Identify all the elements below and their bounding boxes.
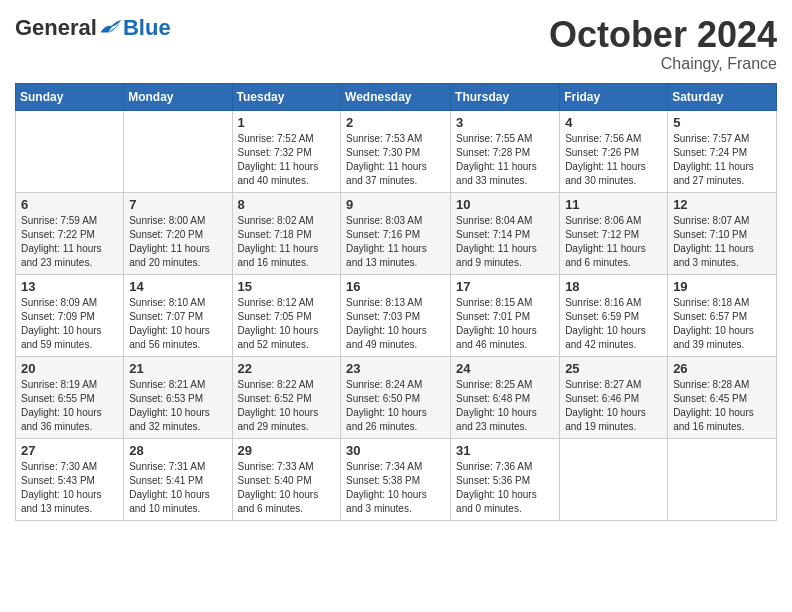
calendar-cell: 17Sunrise: 8:15 AMSunset: 7:01 PMDayligh… [451, 274, 560, 356]
calendar-cell: 16Sunrise: 8:13 AMSunset: 7:03 PMDayligh… [341, 274, 451, 356]
calendar-cell: 21Sunrise: 8:21 AMSunset: 6:53 PMDayligh… [124, 356, 232, 438]
day-info: Sunrise: 8:06 AMSunset: 7:12 PMDaylight:… [565, 214, 662, 270]
calendar-cell: 2Sunrise: 7:53 AMSunset: 7:30 PMDaylight… [341, 110, 451, 192]
calendar-table: SundayMondayTuesdayWednesdayThursdayFrid… [15, 83, 777, 521]
day-number: 29 [238, 443, 336, 458]
weekday-header-friday: Friday [560, 83, 668, 110]
day-info: Sunrise: 7:33 AMSunset: 5:40 PMDaylight:… [238, 460, 336, 516]
day-number: 16 [346, 279, 445, 294]
calendar-cell: 13Sunrise: 8:09 AMSunset: 7:09 PMDayligh… [16, 274, 124, 356]
day-info: Sunrise: 7:31 AMSunset: 5:41 PMDaylight:… [129, 460, 226, 516]
calendar-cell [668, 438, 777, 520]
day-number: 23 [346, 361, 445, 376]
week-row-1: 1Sunrise: 7:52 AMSunset: 7:32 PMDaylight… [16, 110, 777, 192]
logo-blue: Blue [123, 15, 171, 41]
day-info: Sunrise: 8:10 AMSunset: 7:07 PMDaylight:… [129, 296, 226, 352]
calendar-cell: 23Sunrise: 8:24 AMSunset: 6:50 PMDayligh… [341, 356, 451, 438]
day-info: Sunrise: 8:09 AMSunset: 7:09 PMDaylight:… [21, 296, 118, 352]
day-info: Sunrise: 8:18 AMSunset: 6:57 PMDaylight:… [673, 296, 771, 352]
day-info: Sunrise: 7:52 AMSunset: 7:32 PMDaylight:… [238, 132, 336, 188]
day-info: Sunrise: 8:15 AMSunset: 7:01 PMDaylight:… [456, 296, 554, 352]
day-number: 14 [129, 279, 226, 294]
week-row-4: 20Sunrise: 8:19 AMSunset: 6:55 PMDayligh… [16, 356, 777, 438]
day-number: 17 [456, 279, 554, 294]
day-info: Sunrise: 7:57 AMSunset: 7:24 PMDaylight:… [673, 132, 771, 188]
day-number: 20 [21, 361, 118, 376]
calendar-cell: 19Sunrise: 8:18 AMSunset: 6:57 PMDayligh… [668, 274, 777, 356]
day-number: 19 [673, 279, 771, 294]
day-number: 18 [565, 279, 662, 294]
day-number: 4 [565, 115, 662, 130]
calendar-cell: 18Sunrise: 8:16 AMSunset: 6:59 PMDayligh… [560, 274, 668, 356]
calendar-cell: 1Sunrise: 7:52 AMSunset: 7:32 PMDaylight… [232, 110, 341, 192]
day-number: 5 [673, 115, 771, 130]
calendar-cell: 15Sunrise: 8:12 AMSunset: 7:05 PMDayligh… [232, 274, 341, 356]
day-number: 8 [238, 197, 336, 212]
calendar-cell: 26Sunrise: 8:28 AMSunset: 6:45 PMDayligh… [668, 356, 777, 438]
day-info: Sunrise: 7:53 AMSunset: 7:30 PMDaylight:… [346, 132, 445, 188]
calendar-cell [560, 438, 668, 520]
calendar-cell: 8Sunrise: 8:02 AMSunset: 7:18 PMDaylight… [232, 192, 341, 274]
calendar-cell: 7Sunrise: 8:00 AMSunset: 7:20 PMDaylight… [124, 192, 232, 274]
day-info: Sunrise: 8:19 AMSunset: 6:55 PMDaylight:… [21, 378, 118, 434]
weekday-header-monday: Monday [124, 83, 232, 110]
day-number: 22 [238, 361, 336, 376]
calendar-cell: 22Sunrise: 8:22 AMSunset: 6:52 PMDayligh… [232, 356, 341, 438]
calendar-cell: 11Sunrise: 8:06 AMSunset: 7:12 PMDayligh… [560, 192, 668, 274]
calendar-cell: 14Sunrise: 8:10 AMSunset: 7:07 PMDayligh… [124, 274, 232, 356]
logo-bird-icon [99, 18, 123, 38]
week-row-2: 6Sunrise: 7:59 AMSunset: 7:22 PMDaylight… [16, 192, 777, 274]
day-number: 10 [456, 197, 554, 212]
day-number: 21 [129, 361, 226, 376]
day-info: Sunrise: 7:30 AMSunset: 5:43 PMDaylight:… [21, 460, 118, 516]
weekday-header-saturday: Saturday [668, 83, 777, 110]
month-title: October 2024 [549, 15, 777, 55]
day-info: Sunrise: 8:12 AMSunset: 7:05 PMDaylight:… [238, 296, 336, 352]
day-info: Sunrise: 8:24 AMSunset: 6:50 PMDaylight:… [346, 378, 445, 434]
week-row-3: 13Sunrise: 8:09 AMSunset: 7:09 PMDayligh… [16, 274, 777, 356]
day-info: Sunrise: 8:03 AMSunset: 7:16 PMDaylight:… [346, 214, 445, 270]
day-info: Sunrise: 8:00 AMSunset: 7:20 PMDaylight:… [129, 214, 226, 270]
day-info: Sunrise: 7:56 AMSunset: 7:26 PMDaylight:… [565, 132, 662, 188]
day-number: 26 [673, 361, 771, 376]
calendar-cell [124, 110, 232, 192]
weekday-header-sunday: Sunday [16, 83, 124, 110]
calendar-cell: 31Sunrise: 7:36 AMSunset: 5:36 PMDayligh… [451, 438, 560, 520]
week-row-5: 27Sunrise: 7:30 AMSunset: 5:43 PMDayligh… [16, 438, 777, 520]
day-info: Sunrise: 8:04 AMSunset: 7:14 PMDaylight:… [456, 214, 554, 270]
day-number: 25 [565, 361, 662, 376]
calendar-cell: 10Sunrise: 8:04 AMSunset: 7:14 PMDayligh… [451, 192, 560, 274]
day-info: Sunrise: 7:34 AMSunset: 5:38 PMDaylight:… [346, 460, 445, 516]
calendar-cell: 9Sunrise: 8:03 AMSunset: 7:16 PMDaylight… [341, 192, 451, 274]
day-number: 24 [456, 361, 554, 376]
calendar-cell: 6Sunrise: 7:59 AMSunset: 7:22 PMDaylight… [16, 192, 124, 274]
day-number: 30 [346, 443, 445, 458]
day-info: Sunrise: 8:07 AMSunset: 7:10 PMDaylight:… [673, 214, 771, 270]
calendar-cell: 27Sunrise: 7:30 AMSunset: 5:43 PMDayligh… [16, 438, 124, 520]
calendar-cell: 29Sunrise: 7:33 AMSunset: 5:40 PMDayligh… [232, 438, 341, 520]
day-number: 2 [346, 115, 445, 130]
day-number: 11 [565, 197, 662, 212]
day-info: Sunrise: 8:13 AMSunset: 7:03 PMDaylight:… [346, 296, 445, 352]
calendar-cell: 25Sunrise: 8:27 AMSunset: 6:46 PMDayligh… [560, 356, 668, 438]
weekday-header-tuesday: Tuesday [232, 83, 341, 110]
day-info: Sunrise: 7:55 AMSunset: 7:28 PMDaylight:… [456, 132, 554, 188]
day-number: 31 [456, 443, 554, 458]
day-number: 27 [21, 443, 118, 458]
calendar-cell [16, 110, 124, 192]
day-number: 1 [238, 115, 336, 130]
title-area: October 2024 Chaingy, France [549, 15, 777, 73]
logo: General Blue [15, 15, 171, 41]
weekday-header-wednesday: Wednesday [341, 83, 451, 110]
day-number: 9 [346, 197, 445, 212]
day-number: 28 [129, 443, 226, 458]
day-info: Sunrise: 8:22 AMSunset: 6:52 PMDaylight:… [238, 378, 336, 434]
day-info: Sunrise: 8:02 AMSunset: 7:18 PMDaylight:… [238, 214, 336, 270]
day-info: Sunrise: 8:21 AMSunset: 6:53 PMDaylight:… [129, 378, 226, 434]
day-info: Sunrise: 8:28 AMSunset: 6:45 PMDaylight:… [673, 378, 771, 434]
weekday-header-thursday: Thursday [451, 83, 560, 110]
calendar-cell: 4Sunrise: 7:56 AMSunset: 7:26 PMDaylight… [560, 110, 668, 192]
calendar-cell: 20Sunrise: 8:19 AMSunset: 6:55 PMDayligh… [16, 356, 124, 438]
day-number: 6 [21, 197, 118, 212]
calendar-cell: 12Sunrise: 8:07 AMSunset: 7:10 PMDayligh… [668, 192, 777, 274]
